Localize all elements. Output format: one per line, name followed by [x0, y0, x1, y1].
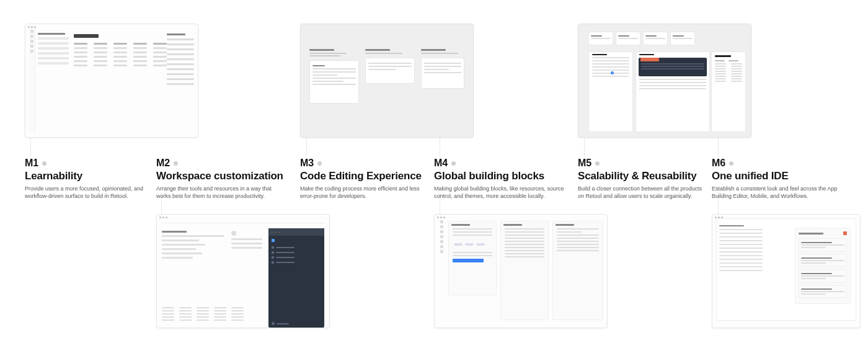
m6-label: M6	[712, 158, 725, 169]
roadmap-grid: M1 Learnability Provide users a more foc…	[0, 0, 868, 353]
logo-icon	[272, 239, 275, 242]
milestone-m3: M3 Code Editing Experience Make the codi…	[300, 158, 430, 200]
connector	[584, 138, 585, 156]
m3-col-c-title	[421, 49, 446, 51]
m4-title: Global building blocks	[434, 170, 564, 182]
connector	[30, 138, 31, 156]
m4-thumbnail[interactable]	[434, 214, 608, 328]
connector	[440, 138, 440, 156]
assignments-panel	[795, 228, 851, 304]
warning-badge-icon	[843, 231, 847, 235]
m3-thumbnail[interactable]	[300, 24, 474, 138]
m5-label: M5	[578, 158, 591, 169]
m5-title: Scalability & Reusability	[578, 170, 708, 182]
m6-thumbnail[interactable]	[712, 214, 861, 328]
m3-col-a-title	[309, 49, 334, 51]
status-dot	[729, 161, 733, 166]
assignments-title	[799, 233, 823, 235]
m3-title: Code Editing Experience	[300, 170, 430, 182]
milestone-m2: M2 Workspace customization Arrange their…	[156, 158, 286, 200]
connector	[718, 138, 719, 156]
connector	[306, 138, 307, 156]
status-dot	[174, 161, 178, 166]
bike-tracker-panel	[711, 51, 746, 132]
m1-title: Learnability	[25, 170, 155, 182]
status-dot	[595, 161, 600, 166]
m3-col-b-title	[365, 49, 390, 51]
m2-desc: Arrange their tools and resources in a w…	[156, 185, 286, 200]
m2-thumbnail[interactable]	[156, 214, 330, 328]
status-dot	[451, 161, 456, 166]
m5-desc: Build a closer connection between all th…	[578, 185, 708, 200]
m2-title: Workspace customization	[156, 170, 286, 182]
blue-highlight-dot	[611, 71, 614, 74]
bike-tracker-title	[715, 55, 731, 57]
milestone-m4: M4 Global building blocks Making global …	[434, 158, 564, 200]
milestone-m6: M6 One unified IDE Establish a consisten…	[712, 158, 842, 200]
app-title-placeholder	[74, 34, 99, 38]
m6-title: One unified IDE	[712, 170, 842, 182]
milestone-m5: M5 Scalability & Reusability Build a clo…	[578, 158, 708, 200]
m3-desc: Make the coding process more efficient a…	[300, 185, 430, 200]
m4-label: M4	[434, 158, 448, 169]
warning-chip	[640, 58, 659, 61]
primary-button[interactable]	[453, 259, 484, 262]
m1-label: M1	[25, 158, 38, 169]
m2-label: M2	[156, 158, 170, 169]
milestone-m1: M1 Learnability Provide users a more foc…	[25, 158, 155, 200]
status-dot	[42, 161, 46, 166]
status-dot	[317, 161, 322, 166]
m3-label: M3	[300, 158, 314, 169]
m1-thumbnail[interactable]	[25, 24, 198, 138]
m6-desc: Establish a consistent look and feel acr…	[712, 185, 842, 200]
dark-nav-panel	[268, 228, 324, 328]
m4-desc: Making global building blocks, like reso…	[434, 185, 564, 200]
m1-desc: Provide users a more focused, opinionate…	[25, 185, 155, 200]
m5-thumbnail[interactable]	[578, 24, 751, 138]
